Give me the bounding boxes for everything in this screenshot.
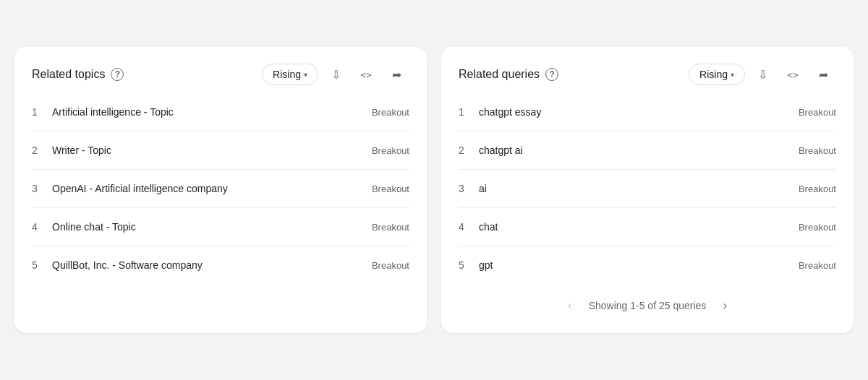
- item-text: Writer - Topic: [52, 144, 372, 156]
- item-badge: Breakout: [799, 260, 836, 271]
- download-icon: ⇩: [331, 68, 341, 82]
- item-number: 3: [459, 183, 479, 194]
- item-text: Artificial intelligence - Topic: [52, 106, 372, 118]
- pagination-text: Showing 1-5 of 25 queries: [589, 300, 707, 311]
- left-download-button[interactable]: ⇩: [323, 61, 349, 87]
- left-title-group: Related topics ?: [32, 68, 124, 81]
- related-queries-title: Related queries: [459, 68, 540, 81]
- item-number: 1: [32, 106, 52, 118]
- table-row: 2 chatgpt ai Breakout: [459, 131, 836, 170]
- item-text: QuillBot, Inc. - Software company: [52, 259, 372, 271]
- item-badge: Breakout: [372, 222, 409, 233]
- item-badge: Breakout: [799, 107, 836, 118]
- item-badge: Breakout: [799, 222, 836, 233]
- item-number: 2: [32, 144, 52, 156]
- table-row: 5 gpt Breakout: [459, 246, 836, 284]
- embed-icon: <>: [787, 69, 799, 80]
- left-card-header: Related topics ? Rising ▾ ⇩ <> ➦: [32, 61, 409, 87]
- item-text: Online chat - Topic: [52, 221, 372, 233]
- left-rising-dropdown[interactable]: Rising ▾: [262, 64, 318, 85]
- item-text: gpt: [479, 259, 799, 271]
- share-icon: ➦: [819, 68, 828, 82]
- table-row: 1 Artificial intelligence - Topic Breako…: [32, 93, 409, 131]
- table-row: 3 OpenAI - Artificial intelligence compa…: [32, 170, 409, 208]
- item-text: chat: [479, 221, 799, 233]
- item-number: 4: [32, 221, 52, 233]
- table-row: 4 Online chat - Topic Breakout: [32, 208, 409, 246]
- table-row: 2 Writer - Topic Breakout: [32, 131, 409, 170]
- item-text: chatgpt essay: [479, 106, 799, 118]
- related-queries-card: Related queries ? Rising ▾ ⇩ <> ➦: [441, 47, 854, 333]
- table-row: 5 QuillBot, Inc. - Software company Brea…: [32, 246, 409, 284]
- item-badge: Breakout: [372, 107, 409, 118]
- left-share-button[interactable]: ➦: [383, 61, 409, 87]
- item-number: 3: [32, 183, 52, 194]
- left-embed-button[interactable]: <>: [353, 61, 379, 87]
- related-topics-title: Related topics: [32, 68, 105, 81]
- right-rising-dropdown[interactable]: Rising ▾: [689, 64, 745, 85]
- item-number: 5: [32, 259, 52, 271]
- right-download-button[interactable]: ⇩: [749, 61, 775, 87]
- item-badge: Breakout: [372, 145, 409, 156]
- table-row: 3 ai Breakout: [459, 170, 836, 208]
- table-row: 1 chatgpt essay Breakout: [459, 93, 836, 131]
- main-container: Related topics ? Rising ▾ ⇩ <> ➦: [14, 47, 854, 333]
- item-text: OpenAI - Artificial intelligence company: [52, 183, 372, 194]
- item-badge: Breakout: [372, 260, 409, 271]
- right-card-actions: Rising ▾ ⇩ <> ➦: [689, 61, 836, 87]
- item-badge: Breakout: [799, 183, 836, 194]
- item-text: chatgpt ai: [479, 144, 799, 156]
- item-number: 5: [459, 259, 479, 271]
- chevron-down-icon: ▾: [304, 71, 307, 79]
- right-card-header: Related queries ? Rising ▾ ⇩ <> ➦: [459, 61, 836, 87]
- right-title-group: Related queries ?: [459, 68, 558, 81]
- related-topics-help-icon[interactable]: ?: [111, 68, 124, 81]
- related-topics-list: 1 Artificial intelligence - Topic Breako…: [32, 93, 409, 284]
- embed-icon: <>: [360, 69, 372, 80]
- right-share-button[interactable]: ➦: [810, 61, 836, 87]
- share-icon: ➦: [392, 68, 401, 82]
- next-page-button[interactable]: ›: [715, 295, 735, 316]
- item-badge: Breakout: [799, 145, 836, 156]
- item-number: 2: [459, 144, 479, 156]
- item-badge: Breakout: [372, 183, 409, 194]
- download-icon: ⇩: [758, 68, 767, 82]
- item-number: 1: [459, 106, 479, 118]
- prev-page-button[interactable]: ‹: [560, 295, 580, 316]
- item-text: ai: [479, 183, 799, 194]
- related-queries-list: 1 chatgpt essay Breakout 2 chatgpt ai Br…: [459, 93, 836, 284]
- chevron-down-icon: ▾: [731, 71, 734, 79]
- table-row: 4 chat Breakout: [459, 208, 836, 246]
- right-embed-button[interactable]: <>: [780, 61, 806, 87]
- left-card-actions: Rising ▾ ⇩ <> ➦: [262, 61, 409, 87]
- item-number: 4: [459, 221, 479, 233]
- pagination: ‹ Showing 1-5 of 25 queries ›: [459, 295, 836, 316]
- related-queries-help-icon[interactable]: ?: [545, 68, 558, 81]
- related-topics-card: Related topics ? Rising ▾ ⇩ <> ➦: [14, 47, 427, 333]
